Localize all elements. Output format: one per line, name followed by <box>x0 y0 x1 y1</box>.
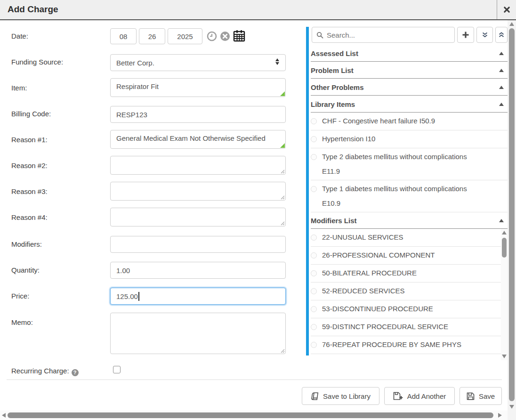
modifier-item[interactable]: 52-REDUCED SERVICES <box>311 283 501 300</box>
reason1-field: General Medical Exam Not Otherwise Speci… <box>110 130 286 149</box>
recurring-charge-checkbox[interactable] <box>113 366 121 373</box>
reason3-field <box>110 182 286 201</box>
date-month-input[interactable] <box>110 28 137 44</box>
calendar-icon[interactable] <box>233 30 245 42</box>
vertical-scrollbar[interactable] <box>508 20 516 411</box>
scroll-down-arrow[interactable] <box>502 355 507 358</box>
scroll-left-arrow[interactable] <box>2 413 6 418</box>
modifier-item[interactable]: 76-REPEAT PROCEDURE BY SAME PHYS <box>311 336 501 354</box>
close-icon <box>503 6 510 13</box>
library-item[interactable]: CHF - Congestive heart failure I50.9 <box>311 113 508 130</box>
time-icon[interactable] <box>207 31 217 41</box>
library-item[interactable]: Type 1 diabetes mellitus without complic… <box>311 180 508 212</box>
item-text: 59-DISTINCT PROCEDURAL SERVICE <box>322 323 448 331</box>
collapse-icon[interactable] <box>499 86 504 89</box>
item-text: 50-BILATERAL PROCEDURE <box>322 269 417 277</box>
collapse-icon[interactable] <box>499 69 504 72</box>
section-title: Library Items <box>311 100 355 108</box>
add-item-button[interactable] <box>457 27 474 43</box>
modal-title: Add Charge <box>8 4 58 15</box>
resize-handle-green-icon[interactable] <box>280 91 285 96</box>
help-icon[interactable]: ? <box>72 369 79 376</box>
price-input[interactable]: 125.00 <box>110 288 286 305</box>
section-modifiers-list[interactable]: Modifiers List <box>311 212 508 229</box>
reason2-field <box>110 156 286 175</box>
modifier-item[interactable]: 53-DISCONTINUED PROCEDURE <box>311 300 501 318</box>
resize-handle-icon[interactable] <box>281 170 285 174</box>
reason4-textarea[interactable] <box>110 208 286 226</box>
item-bullet-icon <box>311 306 317 312</box>
collapse-all-button[interactable] <box>476 27 493 43</box>
billing-code-input[interactable] <box>110 106 286 123</box>
reason3-textarea[interactable] <box>110 182 286 201</box>
section-other-problems[interactable]: Other Problems <box>311 79 508 96</box>
item-bullet-icon <box>311 252 317 258</box>
item-bullet-icon <box>311 234 317 241</box>
search-icon <box>316 32 323 39</box>
reason2-textarea[interactable] <box>110 156 286 175</box>
double-chevron-down-icon <box>481 31 489 39</box>
price-label: Price: <box>11 292 29 300</box>
quantity-input[interactable] <box>110 262 286 279</box>
plus-icon <box>462 31 469 39</box>
section-assessed-list[interactable]: Assessed List <box>311 45 508 62</box>
scroll-down-arrow[interactable] <box>509 405 514 409</box>
save-to-library-button[interactable]: Save to Library <box>302 387 379 405</box>
memo-field <box>110 313 286 354</box>
funding-source-select[interactable]: Better Corp. <box>110 54 286 71</box>
section-problem-list[interactable]: Problem List <box>311 62 508 79</box>
quantity-label: Quantity: <box>11 266 40 274</box>
resize-handle-icon[interactable] <box>281 221 285 226</box>
search-input[interactable] <box>327 31 450 39</box>
footer-divider <box>7 380 502 380</box>
close-button[interactable] <box>497 0 516 19</box>
resize-handle-green-icon[interactable] <box>280 143 285 148</box>
memo-textarea[interactable] <box>110 313 286 354</box>
scroll-up-arrow[interactable] <box>502 231 507 234</box>
date-year-input[interactable] <box>168 28 202 44</box>
collapse-icon[interactable] <box>499 219 504 222</box>
expand-all-button[interactable] <box>495 27 508 43</box>
modifiers-input[interactable] <box>110 236 286 253</box>
section-library-items[interactable]: Library Items <box>311 96 508 113</box>
item-bullet-icon <box>311 186 317 192</box>
save-button[interactable]: Save <box>460 387 502 405</box>
scrollbar-thumb[interactable] <box>502 238 507 258</box>
item-text: Type 2 diabetes mellitus without complic… <box>322 153 467 161</box>
date-label: Date: <box>11 32 28 40</box>
save-label: Save <box>479 392 495 400</box>
resize-handle-icon[interactable] <box>281 349 285 353</box>
modifier-item[interactable]: 26-PROFESSIONAL COMPONENT <box>311 247 501 265</box>
scroll-right-arrow[interactable] <box>498 413 502 418</box>
collapse-icon[interactable] <box>499 103 504 106</box>
resize-handle-icon[interactable] <box>281 195 285 200</box>
reason4-field <box>110 208 286 226</box>
scroll-up-arrow[interactable] <box>509 22 514 26</box>
add-another-button[interactable]: Add Another <box>384 387 455 405</box>
collapse-icon[interactable] <box>499 52 504 55</box>
item-text-line2: E10.9 <box>322 199 340 207</box>
item-text: Hypertension I10 <box>322 135 375 143</box>
scrollbar-thumb[interactable] <box>8 412 493 418</box>
item-bullet-icon <box>311 342 317 348</box>
date-day-input[interactable] <box>139 28 165 44</box>
library-item[interactable]: Type 2 diabetes mellitus without complic… <box>311 148 508 180</box>
reason4-label: Reason #4: <box>11 213 48 221</box>
modifiers-scrollbar[interactable] <box>501 229 508 360</box>
modifier-item[interactable]: 50-BILATERAL PROCEDURE <box>311 265 501 283</box>
modifier-item[interactable]: 59-DISTINCT PROCEDURAL SERVICE <box>311 318 501 336</box>
reason1-label: Reason #1: <box>11 136 48 144</box>
funding-source-label: Funding Source: <box>11 58 63 66</box>
horizontal-scrollbar[interactable] <box>0 411 508 420</box>
price-value: 125.00 <box>116 292 138 300</box>
modifier-item[interactable]: 22-UNUSUAL SERVICES <box>311 229 501 247</box>
save-icon <box>467 392 475 400</box>
scrollbar-thumb[interactable] <box>509 28 515 401</box>
modal-header: Add Charge <box>0 0 516 20</box>
clear-date-icon[interactable] <box>220 31 230 41</box>
item-textarea[interactable]: Respirator Fit <box>110 78 286 97</box>
library-item[interactable]: Hypertension I10 <box>311 130 508 148</box>
item-bullet-icon <box>311 154 317 160</box>
reason1-textarea[interactable]: General Medical Exam Not Otherwise Speci… <box>110 130 286 149</box>
save-plus-icon <box>393 392 403 400</box>
